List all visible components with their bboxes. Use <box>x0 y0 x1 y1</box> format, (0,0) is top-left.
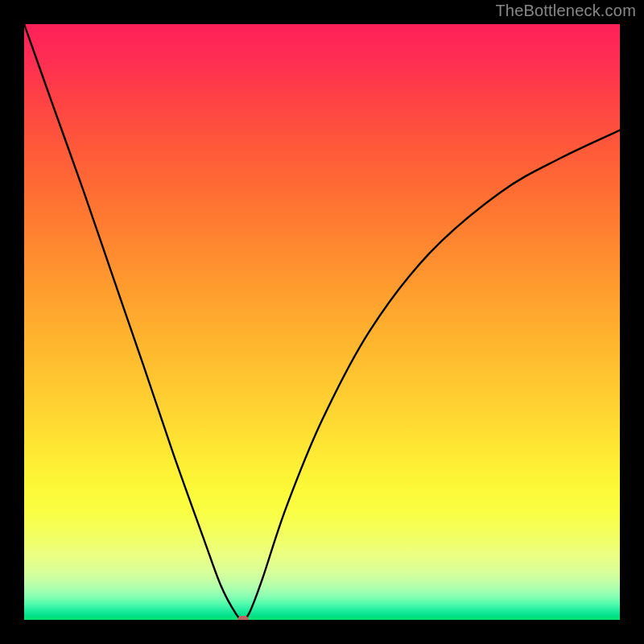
plot-area <box>24 24 620 620</box>
curve-layer <box>24 24 620 620</box>
watermark-text: TheBottleneck.com <box>495 2 636 20</box>
chart-container: TheBottleneck.com <box>0 0 644 644</box>
optimum-marker <box>237 616 249 620</box>
bottleneck-curve <box>24 24 620 620</box>
